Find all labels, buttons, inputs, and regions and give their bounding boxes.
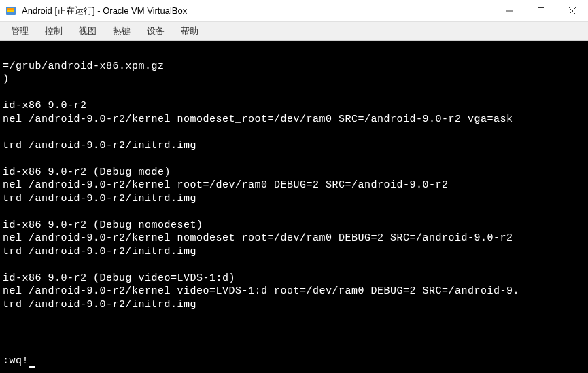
maximize-button[interactable] <box>525 0 557 21</box>
cursor-icon <box>29 366 35 368</box>
close-button[interactable] <box>557 0 588 21</box>
terminal-content: =/grub/android-x86.xpm.gz ) id-x86 9.0-r… <box>3 46 585 355</box>
menu-control[interactable]: 控制 <box>37 22 71 40</box>
svg-rect-4 <box>538 7 544 14</box>
window-controls <box>494 0 588 21</box>
terminal-command: :wq! <box>3 355 29 367</box>
menubar: 管理 控制 视图 热键 设备 帮助 <box>0 22 588 41</box>
minimize-button[interactable] <box>494 0 525 21</box>
terminal[interactable]: =/grub/android-x86.xpm.gz ) id-x86 9.0-r… <box>0 41 588 373</box>
app-icon <box>5 5 16 16</box>
menu-hotkeys[interactable]: 热键 <box>105 22 139 40</box>
terminal-command-line: :wq! <box>3 355 585 368</box>
svg-rect-2 <box>7 8 14 10</box>
menu-manage[interactable]: 管理 <box>3 22 37 40</box>
menu-view[interactable]: 视图 <box>71 22 105 40</box>
menu-devices[interactable]: 设备 <box>139 22 173 40</box>
menu-help[interactable]: 帮助 <box>173 22 207 40</box>
titlebar: Android [正在运行] - Oracle VM VirtualBox <box>0 0 588 22</box>
window-title: Android [正在运行] - Oracle VM VirtualBox <box>22 5 494 17</box>
